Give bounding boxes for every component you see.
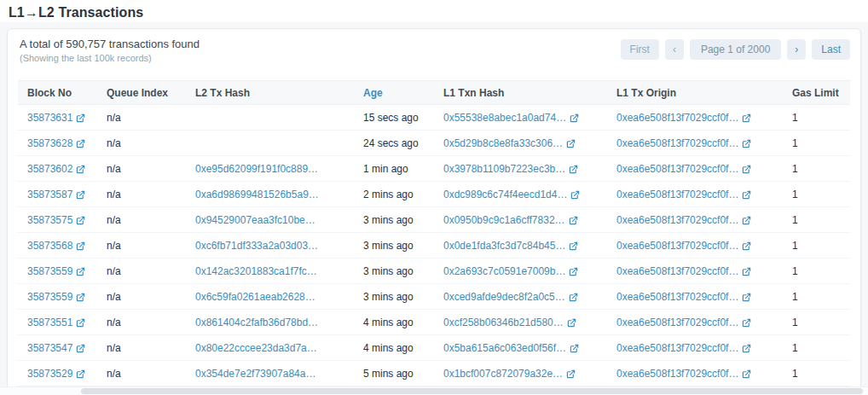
block-no-text: 35873575 <box>27 214 72 226</box>
external-link-icon <box>570 190 580 200</box>
l1-txn-hash-link[interactable]: 0xdc989c6c74f4eecd1d4… <box>443 189 580 200</box>
external-link-icon <box>566 139 576 148</box>
block-no-link[interactable]: 35873628 <box>27 137 85 149</box>
l1-tx-origin-text: 0xea6e508f13f7029ccf0f… <box>616 342 738 354</box>
block-no-link[interactable]: 35873547 <box>27 342 85 354</box>
l1-txn-hash-text: 0x3978b1109b7223ec3b… <box>443 163 565 175</box>
l1-txn-hash-text: 0x5d29b8c8e8fa33c306… <box>443 137 563 149</box>
first-page-button[interactable]: First <box>621 39 659 60</box>
external-link-icon <box>742 369 751 379</box>
l1-tx-origin-link[interactable]: 0xea6e508f13f7029ccf0f… <box>616 291 751 303</box>
external-link-icon <box>76 369 85 379</box>
gas-limit-value: 1 <box>783 368 850 380</box>
l1-txn-hash-link[interactable]: 0x2a693c7c0591e7009b… <box>443 265 578 277</box>
block-no-link[interactable]: 35873587 <box>27 189 85 200</box>
l1-txn-hash-link[interactable]: 0xcf258b06346b21d580… <box>443 317 576 328</box>
column-header-queue-index: Queue Index <box>97 87 186 99</box>
block-no-link[interactable]: 35873575 <box>27 214 85 226</box>
horizontal-scrollbar-thumb[interactable] <box>81 388 863 394</box>
external-link-icon <box>742 293 751 302</box>
last-page-button[interactable]: Last <box>812 39 850 60</box>
external-link-icon <box>742 344 751 353</box>
l1-txn-hash-text: 0x0de1fda3fc3d7c84b45… <box>443 240 565 252</box>
l1-txn-hash-link[interactable]: 0x1bcf007c872079a32e… <box>443 368 576 380</box>
l1-tx-origin-link[interactable]: 0xea6e508f13f7029ccf0f… <box>616 240 751 252</box>
l1-txn-hash-text: 0xcf258b06346b21d580… <box>443 317 564 328</box>
column-header-l2-tx-hash: L2 Tx Hash <box>186 87 354 99</box>
gas-limit-value: 1 <box>783 342 850 354</box>
column-header-block-no: Block No <box>18 87 97 99</box>
l1-txn-hash-link[interactable]: 0x55538e8abec1a0ad74… <box>443 112 579 124</box>
l1-tx-origin-link[interactable]: 0xea6e508f13f7029ccf0f… <box>616 265 751 277</box>
age-value: 3 mins ago <box>354 214 434 226</box>
l1-tx-origin-link[interactable]: 0xea6e508f13f7029ccf0f… <box>616 189 751 200</box>
card-header: A total of 590,757 transactions found (S… <box>8 29 860 73</box>
l2-tx-hash-link[interactable]: 0x80e22cccee23da3d7a… <box>195 342 317 354</box>
l1-txn-hash-link[interactable]: 0x5d29b8c8e8fa33c306… <box>443 137 576 149</box>
l1-txn-hash-link[interactable]: 0xced9afde9dec8f2a0c5… <box>443 291 578 303</box>
l1-txn-hash-link[interactable]: 0x0950b9c9c1a6cff7832… <box>443 214 578 226</box>
l2-tx-hash-link[interactable]: 0x861404c2fafb36d78bd… <box>195 317 318 328</box>
table-row: 35873602 n/a 0xe95d62099f191f0c889… 1 mi… <box>18 156 850 182</box>
column-header-age[interactable]: Age <box>354 87 434 99</box>
block-no-link[interactable]: 35873559 <box>27 265 85 277</box>
table-row: 35873559 n/a 0x6c59fa0261aeab2628… 3 min… <box>18 284 850 310</box>
block-no-text: 35873559 <box>27 291 72 303</box>
l1-tx-origin-text: 0xea6e508f13f7029ccf0f… <box>616 137 738 149</box>
l2-tx-hash-link[interactable]: 0x6c59fa0261aeab2628… <box>195 291 315 303</box>
page-indicator: Page 1 of 2000 <box>690 39 781 60</box>
l1-tx-origin-link[interactable]: 0xea6e508f13f7029ccf0f… <box>616 163 751 175</box>
block-no-link[interactable]: 35873568 <box>27 240 85 252</box>
prev-page-button[interactable]: ‹ <box>665 39 684 60</box>
external-link-icon <box>76 267 85 276</box>
l2-tx-hash-link[interactable]: 0xa6d98699481526b5a9… <box>195 189 319 200</box>
external-link-icon <box>742 139 751 148</box>
queue-index-value: n/a <box>97 137 186 149</box>
l1-txn-hash-link[interactable]: 0x3978b1109b7223ec3b… <box>443 163 578 175</box>
next-page-button[interactable]: › <box>787 39 806 60</box>
table-header-row: Block No Queue Index L2 Tx Hash Age L1 T… <box>18 80 850 105</box>
column-header-gas-limit: Gas Limit <box>783 87 850 99</box>
l1-txn-hash-text: 0x55538e8abec1a0ad74… <box>443 112 566 124</box>
queue-index-value: n/a <box>97 342 186 354</box>
block-no-link[interactable]: 35873631 <box>27 112 85 124</box>
l1-tx-origin-link[interactable]: 0xea6e508f13f7029ccf0f… <box>616 342 751 354</box>
age-value: 2 mins ago <box>354 189 434 200</box>
l1-txn-hash-link[interactable]: 0x5ba615a6c063ed0f56f… <box>443 342 579 354</box>
external-link-icon <box>742 165 751 174</box>
block-no-link[interactable]: 35873551 <box>27 317 85 328</box>
l1-txn-hash-link[interactable]: 0x0de1fda3fc3d7c84b45… <box>443 240 578 252</box>
l1-tx-origin-text: 0xea6e508f13f7029ccf0f… <box>616 368 738 380</box>
l2-tx-hash-link[interactable]: 0xe95d62099f191f0c889… <box>195 163 318 175</box>
block-no-link[interactable]: 35873559 <box>27 291 85 303</box>
external-link-icon <box>76 113 85 123</box>
external-link-icon <box>566 369 576 379</box>
l1-tx-origin-link[interactable]: 0xea6e508f13f7029ccf0f… <box>616 368 751 380</box>
queue-index-value: n/a <box>97 368 186 380</box>
gas-limit-value: 1 <box>783 137 850 149</box>
l2-tx-hash-link[interactable]: 0x354de7e2f73907a84a… <box>195 368 315 380</box>
l2-tx-hash-link[interactable]: 0x142ac3201883ca1f7fc… <box>195 265 317 277</box>
l1-txn-hash-text: 0x0950b9c9c1a6cff7832… <box>443 214 565 226</box>
l2-tx-hash-link[interactable]: 0x94529007eaa3fc10be… <box>195 214 315 226</box>
l1-txn-hash-text: 0x1bcf007c872079a32e… <box>443 368 563 380</box>
external-link-icon <box>742 241 751 251</box>
age-value: 4 mins ago <box>354 342 434 354</box>
block-no-link[interactable]: 35873602 <box>27 163 85 175</box>
l2-tx-hash-link[interactable]: 0xc6fb71df333a2a03d03… <box>195 240 318 252</box>
gas-limit-value: 1 <box>783 214 850 226</box>
l2-tx-hash-text: 0xa6d98699481526b5a9… <box>195 189 319 200</box>
external-link-icon <box>742 318 751 328</box>
l1-tx-origin-link[interactable]: 0xea6e508f13f7029ccf0f… <box>616 214 751 226</box>
external-link-icon <box>742 113 751 123</box>
gas-limit-value: 1 <box>783 112 850 124</box>
l1-tx-origin-text: 0xea6e508f13f7029ccf0f… <box>616 240 738 252</box>
l1-tx-origin-link[interactable]: 0xea6e508f13f7029ccf0f… <box>616 317 751 328</box>
table-row: 35873529 n/a 0x354de7e2f73907a84a… 5 min… <box>18 361 850 386</box>
l1-tx-origin-link[interactable]: 0xea6e508f13f7029ccf0f… <box>616 112 751 124</box>
queue-index-value: n/a <box>97 112 186 124</box>
transactions-card: A total of 590,757 transactions found (S… <box>7 28 861 395</box>
block-no-link[interactable]: 35873529 <box>27 368 85 380</box>
l2-tx-hash-text: 0x142ac3201883ca1f7fc… <box>195 265 317 277</box>
l1-tx-origin-link[interactable]: 0xea6e508f13f7029ccf0f… <box>616 137 751 149</box>
